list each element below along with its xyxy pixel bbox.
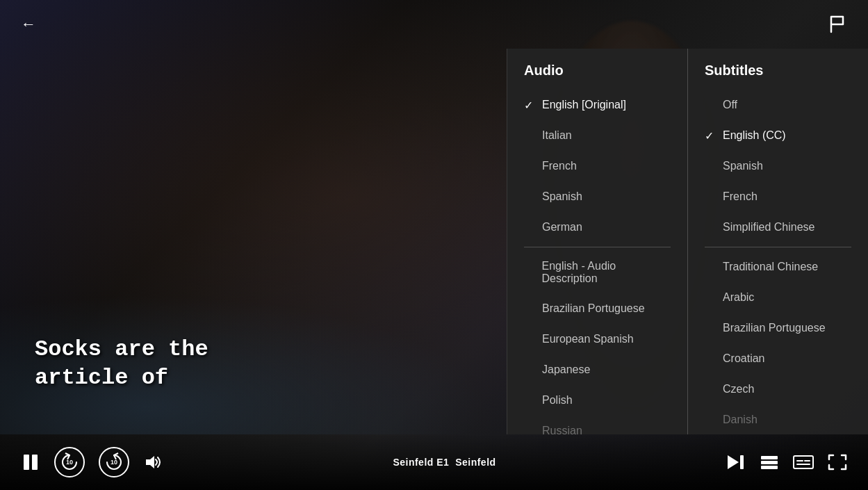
controls-right xyxy=(726,454,847,471)
subtitle-item-label: Danish xyxy=(723,414,758,426)
checkmark-icon: ✓ xyxy=(705,129,716,142)
controls-left: 10 10 xyxy=(21,447,163,477)
svg-rect-10 xyxy=(794,456,813,468)
audio-section-divider xyxy=(524,247,671,247)
subtitle-item-label: French xyxy=(723,190,758,203)
subtitle-item-label: Arabic xyxy=(723,291,754,304)
subtitle-item[interactable]: Traditional Chinese xyxy=(688,252,868,282)
flag-button[interactable] xyxy=(828,15,847,33)
top-bar: ← xyxy=(0,0,868,49)
audio-item-label: Polish xyxy=(542,394,573,407)
svg-text:10: 10 xyxy=(66,459,73,466)
svg-rect-9 xyxy=(761,466,778,469)
subtitle-item-label: Brazilian Portuguese xyxy=(723,322,826,334)
audio-item-label: European Spanish xyxy=(542,333,634,345)
subtitle-item[interactable]: Simplified Chinese xyxy=(688,212,868,243)
subtitle-item[interactable]: ✓English (CC) xyxy=(688,120,868,151)
subtitles-button[interactable] xyxy=(793,454,814,471)
subtitle-item-label: Off xyxy=(723,99,737,111)
subtitle-item[interactable]: Spanish xyxy=(688,151,868,181)
audio-item[interactable]: Italian xyxy=(507,120,687,151)
subtitles-list: Off✓English (CC)SpanishFrenchSimplified … xyxy=(688,90,868,434)
subtitle-item-label: Traditional Chinese xyxy=(723,261,818,273)
subtitle-item[interactable]: Off xyxy=(688,90,868,120)
subtitle-item[interactable]: Czech xyxy=(688,374,868,405)
subtitles-column: Subtitles Off✓English (CC)SpanishFrenchS… xyxy=(688,49,868,434)
fullscreen-button[interactable] xyxy=(828,454,847,471)
pause-button[interactable] xyxy=(21,452,40,472)
subtitle-item[interactable]: French xyxy=(688,181,868,212)
replay10-button[interactable]: 10 xyxy=(54,447,85,477)
audio-item-label: French xyxy=(542,160,577,172)
svg-marker-4 xyxy=(146,456,154,468)
audio-item[interactable]: French xyxy=(507,151,687,181)
volume-button[interactable] xyxy=(143,455,163,470)
next-episode-button[interactable] xyxy=(726,454,746,471)
svg-text:10: 10 xyxy=(110,459,117,466)
audio-item[interactable]: European Spanish xyxy=(507,324,687,354)
audio-item-label: German xyxy=(542,221,582,234)
back-button[interactable]: ← xyxy=(21,17,36,32)
audio-item[interactable]: Polish xyxy=(507,385,687,416)
episodes-button[interactable] xyxy=(760,454,779,471)
audio-item[interactable]: German xyxy=(507,212,687,243)
subtitle-item[interactable]: Brazilian Portuguese xyxy=(688,313,868,343)
audio-header: Audio xyxy=(507,63,687,90)
bottom-bar: 10 10 Seinfeld E1 Seinfeld xyxy=(0,434,868,490)
checkmark-icon: ✓ xyxy=(524,99,535,112)
audio-item[interactable]: Spanish xyxy=(507,181,687,212)
audio-item-label: Spanish xyxy=(542,190,582,203)
audio-item[interactable]: Brazilian Portuguese xyxy=(507,293,687,324)
subtitle-item-label: English (CC) xyxy=(723,129,786,142)
audio-column: Audio ✓English [Original]ItalianFrenchSp… xyxy=(507,49,687,434)
forward10-button[interactable]: 10 xyxy=(99,447,129,477)
svg-rect-8 xyxy=(761,461,778,464)
audio-item[interactable]: English - Audio Description xyxy=(507,252,687,293)
audio-item[interactable]: Russian xyxy=(507,416,687,434)
subtitle-item-label: Spanish xyxy=(723,160,763,172)
audio-item-label: English [Original] xyxy=(542,99,626,111)
svg-rect-7 xyxy=(761,456,778,459)
subtitle-item-label: Croatian xyxy=(723,352,764,365)
audio-subtitles-panel: Audio ✓English [Original]ItalianFrenchSp… xyxy=(507,49,868,434)
subtitle-item[interactable]: Danish xyxy=(688,405,868,434)
subtitle-display: Socks are the article of xyxy=(35,335,208,393)
audio-item-label: Japanese xyxy=(542,364,590,376)
subtitle-item-label: Czech xyxy=(723,383,754,395)
svg-rect-0 xyxy=(24,455,29,470)
audio-item[interactable]: ✓English [Original] xyxy=(507,90,687,120)
subtitles-section-divider xyxy=(705,247,851,247)
svg-rect-6 xyxy=(740,455,744,469)
audio-item-label: Brazilian Portuguese xyxy=(542,302,645,315)
svg-marker-5 xyxy=(728,455,739,469)
subtitles-header: Subtitles xyxy=(688,63,868,90)
show-info: Seinfeld E1 Seinfeld xyxy=(393,457,496,468)
subtitle-item[interactable]: Croatian xyxy=(688,343,868,374)
audio-item[interactable]: Japanese xyxy=(507,354,687,385)
audio-item-label: Russian xyxy=(542,425,582,434)
audio-list: ✓English [Original]ItalianFrenchSpanishG… xyxy=(507,90,687,434)
subtitle-item[interactable]: Arabic xyxy=(688,282,868,313)
subtitle-item-label: Simplified Chinese xyxy=(723,221,815,234)
audio-item-label: English - Audio Description xyxy=(542,260,671,285)
svg-rect-1 xyxy=(32,455,38,470)
audio-item-label: Italian xyxy=(542,129,572,142)
